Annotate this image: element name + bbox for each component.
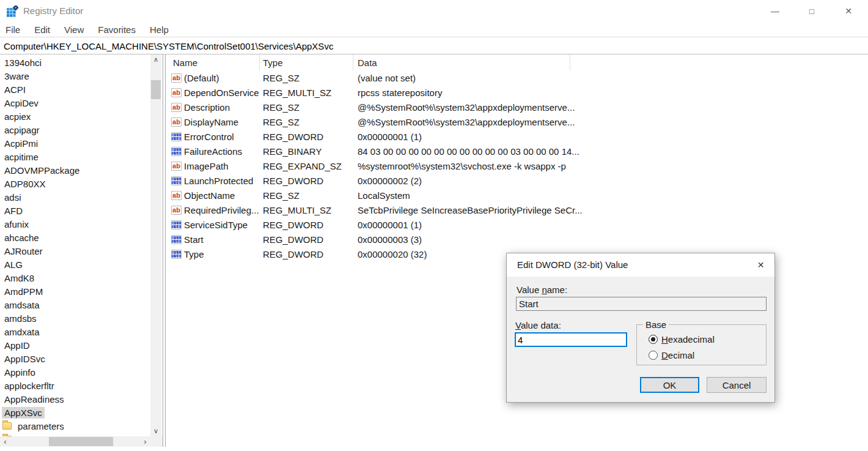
tree-item[interactable]: parameters (0, 419, 150, 433)
tree-item[interactable]: Appinfo (0, 365, 150, 379)
table-row[interactable]: ab 011110 ObjectName REG_SZ LocalSystem (166, 188, 868, 203)
menu-file[interactable]: File (4, 23, 22, 36)
tree-item[interactable]: AmdK8 (0, 271, 150, 285)
tree-item[interactable]: applockerfltr (0, 379, 150, 392)
tree-item[interactable]: AFD (0, 204, 150, 217)
vertical-scrollbar-thumb[interactable] (151, 80, 161, 99)
value-type: REG_MULTI_SZ (260, 205, 353, 215)
value-name: DisplayName (184, 117, 238, 127)
tree-vertical-scrollbar[interactable]: ∧ ∨ (150, 54, 161, 436)
column-header-name[interactable]: Name (166, 54, 260, 70)
tree-item[interactable]: ahcache (0, 231, 150, 244)
list-rows: ab 011110 (Default) REG_SZ (value not se… (166, 70, 868, 261)
tree-item[interactable]: amdxata (0, 325, 150, 338)
tree-item[interactable]: AppID (0, 338, 150, 352)
tree-horizontal-scrollbar[interactable]: ‹ › (0, 436, 150, 447)
tree-item[interactable]: acpitime (0, 150, 150, 163)
tree-item[interactable]: ACPI (0, 83, 150, 96)
menu-edit[interactable]: Edit (32, 23, 52, 36)
column-header-data[interactable]: Data (353, 54, 570, 70)
close-button[interactable]: ✕ (834, 0, 862, 22)
tree-item[interactable]: AcpiPmi (0, 136, 150, 150)
value-data-field[interactable] (515, 332, 627, 347)
decimal-label: Decimal (661, 350, 694, 360)
table-row[interactable]: ab 011110 RequiredPrivileg... REG_MULTI_… (166, 203, 868, 217)
tree-item[interactable]: AppXSvc (0, 406, 150, 419)
tree-item[interactable]: amdsbs (0, 311, 150, 325)
base-group: Base Hexadecimal Decimal (636, 324, 767, 365)
tree-item-label: AmdPPM (2, 286, 45, 297)
menu-favorites[interactable]: Favorites (96, 23, 138, 36)
horizontal-scrollbar-thumb[interactable] (49, 437, 113, 446)
value-name: Type (184, 249, 204, 259)
radio-decimal[interactable]: Decimal (649, 350, 694, 360)
tree-item[interactable]: AmdPPM (0, 285, 150, 298)
registry-tree: 1394ohci 3ware ACPI AcpiDev acpiex (0, 54, 150, 436)
tree-item[interactable]: ADOVMPPackage (0, 163, 150, 177)
tree-item-label: parameters (15, 420, 67, 432)
table-row[interactable]: ab 011110 ErrorControl REG_DWORD 0x00000… (166, 129, 868, 144)
value-data: @%SystemRoot%\system32\appxdeploymentser… (353, 102, 720, 113)
radio-button-icon[interactable] (649, 351, 658, 360)
table-row[interactable]: ab 011110 DisplayName REG_SZ @%SystemRoo… (166, 114, 868, 129)
column-header-type[interactable]: Type (260, 54, 353, 70)
folder-icon (2, 422, 12, 430)
table-row[interactable]: ab 011110 FailureActions REG_BINARY 84 0… (166, 144, 868, 158)
tree-item[interactable]: adsi (0, 190, 150, 204)
table-row[interactable]: ab 011110 Start REG_DWORD 0x00000003 (3) (166, 232, 868, 247)
menu-view[interactable]: View (62, 23, 86, 36)
radio-hexadecimal[interactable]: Hexadecimal (649, 334, 715, 345)
tree-item[interactable]: AJRouter (0, 244, 150, 258)
address-input[interactable] (0, 41, 868, 51)
table-row[interactable]: ab 011110 (Default) REG_SZ (value not se… (166, 70, 868, 85)
table-row[interactable]: ab 011110 Description REG_SZ @%SystemRoo… (166, 100, 868, 114)
table-row[interactable]: ab 011110 DependOnService REG_MULTI_SZ r… (166, 85, 868, 100)
tree-item-label: 3ware (2, 70, 32, 82)
list-header: Name Type Data (166, 54, 868, 70)
value-name-label: Value name: (517, 285, 567, 295)
value-name-field[interactable] (516, 297, 767, 311)
value-data: rpcss staterepository (353, 88, 720, 98)
tree-item-label: Appinfo (2, 367, 38, 378)
tree-item[interactable]: ALG (0, 258, 150, 271)
table-row[interactable]: ab 011110 ServiceSidType REG_DWORD 0x000… (166, 217, 868, 232)
tree-item-label: acpiex (2, 111, 33, 122)
menu-help[interactable]: Help (148, 23, 171, 36)
ok-button[interactable]: OK (640, 377, 699, 393)
tree-item[interactable]: AcpiDev (0, 96, 150, 110)
tree-item-label: AppID (2, 340, 32, 351)
tree-item[interactable]: acpiex (0, 110, 150, 123)
value-data: 0x00000002 (2) (353, 176, 720, 186)
value-name: LaunchProtected (184, 176, 253, 186)
table-row[interactable]: ab 011110 ImagePath REG_EXPAND_SZ %syste… (166, 158, 868, 173)
tree-item[interactable]: AppIDSvc (0, 352, 150, 365)
scroll-right-arrow-icon[interactable]: › (140, 436, 150, 447)
tree-item[interactable]: 1394ohci (0, 56, 150, 69)
table-row[interactable]: ab 011110 LaunchProtected REG_DWORD 0x00… (166, 173, 868, 188)
value-data: LocalSystem (353, 190, 720, 201)
address-bar (0, 38, 868, 54)
scroll-left-arrow-icon[interactable]: ‹ (0, 436, 10, 447)
minimize-button[interactable]: — (761, 0, 789, 22)
radio-button-icon[interactable] (649, 335, 658, 344)
string-value-icon: ab (171, 117, 182, 127)
window-title: Registry Editor (23, 6, 83, 16)
scroll-up-arrow-icon[interactable]: ∧ (150, 54, 161, 65)
tree-item[interactable]: AppReadiness (0, 392, 150, 406)
cancel-button[interactable]: Cancel (707, 377, 767, 393)
scroll-down-arrow-icon[interactable]: ∨ (150, 426, 161, 436)
tree-item-label: applockerfltr (2, 380, 57, 392)
tree-item[interactable]: ADP80XX (0, 177, 150, 190)
tree-item-label: afunix (2, 218, 31, 230)
dialog-close-icon[interactable]: ✕ (747, 253, 774, 276)
tree-item[interactable]: acpipagr (0, 123, 150, 136)
value-name: RequiredPrivileg... (184, 205, 259, 215)
edit-dword-dialog: Edit DWORD (32-bit) Value ✕ Value name: … (506, 253, 775, 403)
value-type: REG_DWORD (260, 176, 353, 186)
tree-item[interactable]: 3ware (0, 69, 150, 83)
base-group-label: Base (643, 319, 669, 330)
maximize-button[interactable]: □ (798, 0, 826, 22)
tree-item[interactable]: amdsata (0, 298, 150, 311)
tree-item[interactable]: afunix (0, 217, 150, 231)
value-type: REG_SZ (260, 117, 353, 127)
